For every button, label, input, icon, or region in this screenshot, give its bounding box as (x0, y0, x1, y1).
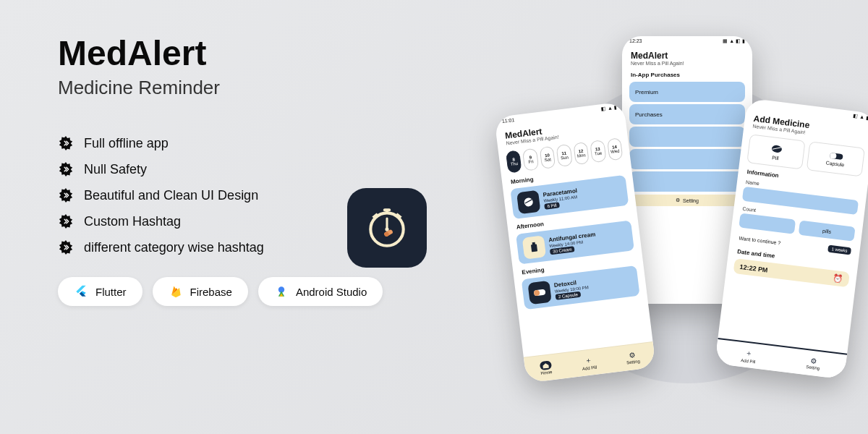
nav-home[interactable]: Home (540, 360, 553, 375)
chip-flutter[interactable]: Flutter (58, 277, 142, 306)
capsule-icon (828, 151, 843, 160)
button-label: Setting (683, 198, 699, 203)
nav-add-pill[interactable]: ＋Add Pill (741, 347, 757, 364)
pill-icon (516, 190, 540, 214)
row-text: Purchases (635, 111, 663, 118)
chip-firebase[interactable]: Firebase (153, 277, 248, 306)
chip-label: Flutter (95, 286, 127, 298)
hero-column: MedAlert Medicine Reminder Full offline … (58, 36, 405, 306)
type-label: Capsule (825, 160, 844, 167)
purchase-row[interactable] (629, 127, 745, 147)
med-type-capsule[interactable]: Capsule (807, 141, 865, 176)
date-chip[interactable]: 10Sat (540, 146, 556, 169)
nav-setting[interactable]: ⚙Setting (806, 356, 821, 370)
feature-text: Custom Hashtag (84, 214, 181, 229)
feature-item: Full offline app (58, 135, 405, 151)
firebase-icon (169, 284, 183, 299)
feature-text: Null Safety (84, 162, 147, 177)
date-chip[interactable]: 14Wed (607, 137, 624, 161)
alarm-icon: ⏰ (833, 273, 843, 284)
date-chip[interactable]: 8Thu (506, 150, 522, 173)
date-chip[interactable]: 11Sun (556, 144, 573, 167)
nav-add-pill[interactable]: ＋Add Pill (581, 354, 597, 371)
pill-3d-icon (770, 142, 784, 154)
svg-rect-10 (532, 242, 535, 245)
purchase-row[interactable]: Premium (629, 82, 745, 102)
app-title: MedAlert (58, 36, 405, 71)
plus-icon: ＋ (743, 347, 756, 359)
med-qty: 6 Pill (544, 202, 560, 210)
type-label: Pill (772, 155, 779, 161)
phone-tagline: Never Miss a Pill Again! (631, 61, 744, 66)
flutter-icon (74, 284, 88, 299)
plus-icon: ＋ (582, 354, 595, 366)
phone-title: MedAlert (631, 51, 744, 61)
continue-text: Want to continue ? (739, 235, 781, 245)
phone-mockups: 12:23 ▦ ▲ ◧ ▮ MedAlert Never Miss a Pill… (485, 22, 861, 420)
app-subtitle: Medicine Reminder (58, 77, 405, 99)
cream-icon (522, 235, 546, 259)
svg-rect-9 (531, 244, 537, 252)
svg-point-8 (524, 197, 533, 207)
bottom-nav: Home ＋Add Pill ⚙Setting (524, 341, 656, 383)
home-icon (540, 360, 552, 370)
burst-icon (58, 161, 74, 177)
gear-icon: ⚙ (676, 197, 680, 203)
gear-icon: ⚙ (626, 350, 639, 359)
time-value: 12:22 PM (739, 263, 768, 273)
capsule-icon (527, 281, 551, 305)
android-studio-icon (274, 284, 289, 299)
burst-icon (58, 135, 74, 151)
nav-setting[interactable]: ⚙Setting (625, 350, 640, 365)
date-chip[interactable]: 12Mon (573, 142, 590, 165)
setting-button[interactable]: ⚙ Setting (629, 195, 745, 206)
date-chip[interactable]: 9Fri (522, 148, 539, 171)
feature-text: different category wise hashtag (84, 240, 264, 255)
purchase-row[interactable] (629, 171, 745, 192)
gear-icon: ⚙ (807, 356, 820, 365)
burst-icon (58, 213, 74, 229)
duration-chip[interactable]: 1 weeks (827, 245, 851, 255)
date-chip[interactable]: 13Tue (590, 140, 606, 163)
feature-text: Full offline app (84, 136, 169, 151)
chip-label: Android Studio (296, 286, 367, 298)
status-time: 11:01 (501, 117, 515, 127)
med-type-pill[interactable]: Pill (746, 134, 805, 169)
status-time: 12:23 (629, 38, 642, 46)
svg-rect-5 (386, 210, 388, 213)
tech-chips: Flutter Firebase Android Studio (58, 277, 405, 306)
row-text: Premium (635, 89, 658, 95)
purchases-heading: In-App Purchases (622, 69, 752, 80)
purchase-row[interactable]: Purchases (629, 104, 745, 124)
chip-label: Firebase (190, 286, 232, 298)
feature-text: Beautiful and Clean UI Design (84, 188, 258, 203)
svg-rect-3 (386, 218, 388, 230)
feature-item: Null Safety (58, 161, 405, 177)
app-icon (347, 188, 427, 268)
chip-android-studio[interactable]: Android Studio (258, 277, 383, 306)
status-icons: ▦ ▲ ◧ ▮ (723, 38, 745, 46)
burst-icon (58, 187, 74, 203)
purchase-row[interactable] (629, 149, 745, 169)
burst-icon (58, 239, 74, 255)
status-bar: 12:23 ▦ ▲ ◧ ▮ (622, 36, 752, 46)
